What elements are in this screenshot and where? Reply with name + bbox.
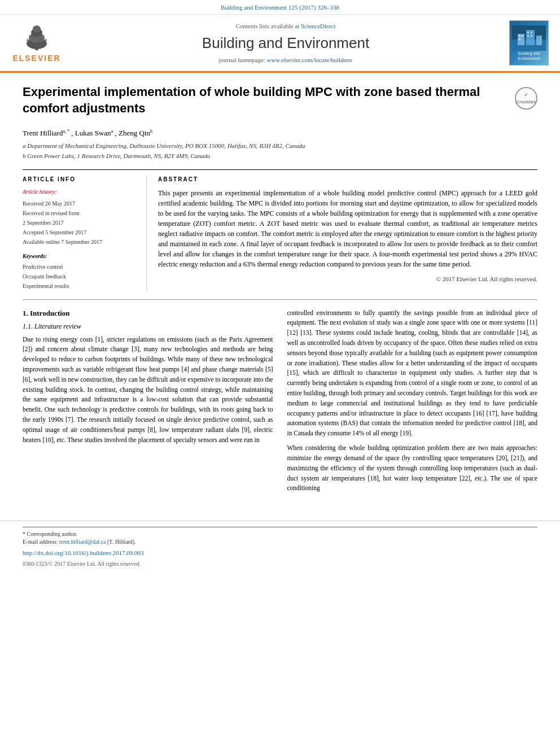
homepage-label: journal homepage:: [219, 56, 265, 63]
footer-issn: 0360-1323/© 2017 Elsevier Ltd. All right…: [23, 560, 537, 568]
keywords-list: Predictive control Occupant feedback Exp…: [23, 262, 135, 291]
article-history-label: Article history:: [23, 188, 135, 196]
section1-right-text1: controlled environments to fully quantif…: [287, 308, 538, 439]
received-revised-label: Received in revised form: [23, 208, 135, 218]
author2-sup: a: [111, 128, 113, 133]
contents-text: Contents lists available at: [235, 23, 299, 29]
section1-right-text2: When considering the whole building opti…: [287, 443, 538, 493]
svg-rect-16: [519, 38, 520, 40]
abstract-label: ABSTRACT: [158, 176, 537, 184]
doi-link[interactable]: http://dx.doi.org/10.1016/j.buildenv.201…: [23, 549, 537, 557]
article-info-column: ARTICLE INFO Article history: Received 2…: [23, 176, 147, 291]
svg-rect-19: [527, 35, 529, 37]
keyword-1: Predictive control: [23, 262, 135, 272]
svg-point-8: [43, 35, 45, 37]
article-info-label: ARTICLE INFO: [23, 176, 135, 184]
cover-graphic: [512, 25, 546, 51]
article-title: Experimental implementation of whole bui…: [23, 84, 506, 116]
email-person: (T. Hilliard).: [107, 539, 136, 545]
journal-title-area: Contents lists available at ScienceDirec…: [62, 22, 509, 64]
author3-sup: b: [150, 128, 152, 133]
homepage-url[interactable]: www.elsevier.com/locate/buildenv: [266, 56, 352, 63]
email-label: E-mail address:: [23, 539, 58, 545]
svg-point-4: [33, 25, 41, 32]
affiliation-a: a Department of Mechanical Engineering, …: [23, 142, 537, 150]
page-footer: * Corresponding author. E-mail address: …: [0, 521, 560, 573]
svg-rect-15: [522, 35, 523, 37]
copyright-line: © 2017 Elsevier Ltd. All rights reserved…: [158, 275, 537, 283]
keywords-label: Keywords:: [23, 252, 135, 260]
author2-name: , Lukas Swan: [71, 129, 111, 137]
elsevier-tree-icon: [20, 22, 54, 53]
sciencedirect-link[interactable]: ScienceDirect: [301, 23, 336, 29]
author1-name: Trent Hilliard: [23, 129, 63, 137]
main-content-area: Experimental implementation of whole bui…: [0, 73, 560, 509]
section1-heading: 1. Introduction: [23, 308, 273, 318]
section1-left-text: Due to rising energy costs [1], stricter…: [23, 335, 273, 445]
svg-rect-17: [527, 32, 529, 33]
svg-rect-11: [518, 34, 524, 45]
author3-name: , Zheng Qin: [115, 129, 150, 137]
svg-rect-14: [519, 35, 520, 37]
cover-label-text: Building and Environment: [510, 51, 548, 61]
svg-rect-13: [536, 36, 542, 45]
section-divider: [23, 299, 537, 300]
body-right-column: controlled environments to fully quantif…: [287, 308, 538, 499]
journal-homepage-line: journal homepage: www.elsevier.com/locat…: [62, 56, 509, 64]
received-revised-date: 2 September 2017: [23, 218, 135, 228]
elsevier-brand-text: ELSEVIER: [12, 53, 60, 64]
article-info-abstract-columns: ARTICLE INFO Article history: Received 2…: [23, 169, 537, 291]
svg-rect-20: [531, 35, 532, 37]
svg-point-7: [29, 35, 31, 37]
svg-point-5: [27, 39, 29, 41]
contents-available-line: Contents lists available at ScienceDirec…: [62, 22, 509, 30]
article-title-section: Experimental implementation of whole bui…: [23, 84, 537, 121]
received-date: Received 26 May 2017: [23, 199, 135, 208]
svg-rect-18: [531, 32, 532, 33]
crossmark-icon: ✓CrossMark: [517, 91, 536, 106]
corresponding-label: * Corresponding author.: [23, 531, 77, 537]
article-dates: Received 26 May 2017 Received in revised…: [23, 199, 135, 247]
accepted-date: Accepted 5 September 2017: [23, 228, 135, 237]
keyword-3: Experimental results: [23, 281, 135, 291]
available-date: Available online 7 September 2017: [23, 237, 135, 247]
journal-ref-text: Building and Environment 125 (2017) 326–…: [221, 4, 339, 11]
crossmark-badge: ✓CrossMark: [515, 87, 537, 110]
authors-line: Trent Hilliarda, * , Lukas Swana , Zheng…: [23, 128, 537, 138]
journal-reference-bar: Building and Environment 125 (2017) 326–…: [0, 0, 560, 15]
journal-title: Building and Environment: [62, 33, 509, 53]
keyword-2: Occupant feedback: [23, 272, 135, 281]
corresponding-author-note: * Corresponding author. E-mail address: …: [23, 527, 537, 546]
elsevier-logo: ELSEVIER: [11, 22, 62, 64]
abstract-column: ABSTRACT This paper presents an experime…: [147, 176, 537, 291]
svg-point-6: [45, 39, 47, 41]
body-columns: 1. Introduction 1.1. Literature review D…: [23, 308, 537, 499]
section1-sub-heading: 1.1. Literature review: [23, 322, 273, 331]
author-email[interactable]: trent.hilliard@dal.ca: [59, 539, 106, 545]
journal-cover-image: Building and Environment: [509, 20, 549, 65]
journal-header: ELSEVIER Contents lists available at Sci…: [0, 15, 560, 73]
body-left-column: 1. Introduction 1.1. Literature review D…: [23, 308, 273, 499]
abstract-text: This paper presents an experimental impl…: [158, 188, 537, 269]
author1-sup: a, *: [63, 128, 69, 133]
affiliation-b: b Green Power Labs, 1 Research Drive, Da…: [23, 152, 537, 160]
